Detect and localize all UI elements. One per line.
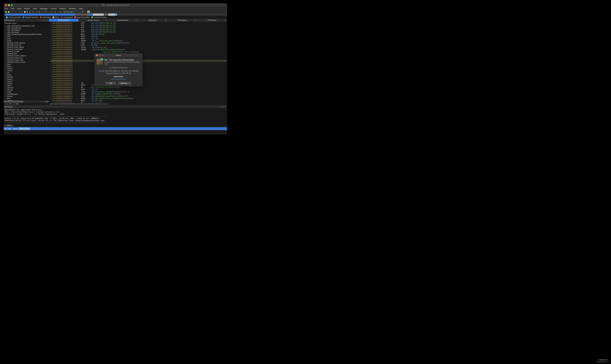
tab[interactable]: ▫[2] IDA View-A✕ (49, 19, 79, 22)
function-item[interactable]: ⨍_sysctlbyname (4, 93, 49, 95)
menu-edit[interactable]: Edit (11, 8, 14, 10)
function-item[interactable]: ⨍_strlen (4, 84, 49, 87)
function-name-header[interactable]: Function name (4, 22, 49, 25)
function-list[interactable]: ⨍_objc_setProperty_nonatomic_copy⨍_objc_… (4, 25, 49, 101)
horizontal-scrollbar[interactable]: ◀ ▶ (4, 101, 49, 103)
function-item[interactable]: ⨍_objc_terminate (4, 31, 49, 33)
function-item[interactable]: ⨍_strtol (4, 91, 49, 93)
restore-icon[interactable]: ⧉ (222, 106, 223, 108)
function-item[interactable]: ⨍_sscanf (4, 80, 49, 82)
minimize-icon[interactable]: ▭ (219, 106, 221, 108)
scroll-thumb[interactable] (4, 101, 23, 103)
asm-line[interactable]: __text:0000000100069EA0 aults"cmt">@PAGE… (51, 51, 227, 53)
asm-line[interactable]: __text:0000000100069E84 MOV X26, X1 (51, 35, 227, 38)
tab[interactable]: ▫[5] Enums✕ (138, 19, 168, 22)
asm-line[interactable]: __text:0000000100069EF4 LDR X19, [X8,#se… (51, 95, 227, 97)
menu-lumina[interactable]: Lumina (51, 8, 56, 10)
asm-line[interactable]: __text:0000000100069EF8 ADRL X2, cfstr_A… (51, 97, 227, 100)
tab[interactable]: ▫[6] Imports✕ (168, 19, 197, 22)
function-item[interactable]: ⨍_pthread_mutex_destroy (4, 54, 49, 57)
function-item[interactable]: ⨍_pthread_cond_signal (4, 46, 49, 48)
open-icon[interactable]: 📂 (5, 11, 7, 13)
asm-line[interactable]: __text:0000000100069E6C STP X26, X25, [S… (51, 22, 227, 24)
asm-line[interactable]: __text:0000000100069E70 STP X24, X23, [S… (51, 24, 227, 26)
cut-icon[interactable]: ✂ (18, 11, 21, 13)
tab[interactable]: ▫[7] Exports✕ (197, 19, 227, 22)
about-max-button[interactable] (101, 54, 103, 56)
function-item[interactable]: ⨍_sleep (4, 74, 49, 76)
menu-help[interactable]: Help (79, 8, 83, 10)
tab[interactable]: ▫[3] Hex View-1✕ (79, 19, 109, 22)
function-item[interactable]: ⨍_strncpy (4, 89, 49, 91)
copy-icon[interactable]: ⎘ (21, 11, 23, 13)
data-icon[interactable]: ⓓ (45, 11, 47, 13)
function-item[interactable]: ⨍_rewind (4, 67, 49, 69)
function-item[interactable]: ⨍_objc_setProperty_nonatomic_copy (4, 25, 49, 27)
asm-line[interactable]: __text:0000000100069E80 ADD X29, SP, #0x… (51, 33, 227, 36)
function-item[interactable]: ⨍_objc_storeStrong (4, 27, 49, 29)
view-icon[interactable]: ▤ (36, 11, 38, 13)
asm-line[interactable]: __text:0000000100069E7C STP X29, X30, [S… (51, 31, 227, 33)
maximize-window-button[interactable] (11, 4, 13, 6)
close-icon[interactable]: ✕ (225, 106, 226, 108)
pause-icon[interactable]: ⏸ (57, 11, 59, 13)
function-item[interactable]: ⨍_objc_storeWeak (4, 29, 49, 31)
output-tab[interactable]: [0] Output ▭⧉✕ (4, 105, 227, 108)
function-item[interactable]: ⨍_strlcpy (4, 82, 49, 84)
addons-button[interactable]: Addons... (118, 82, 131, 85)
ok-button[interactable]: OK (106, 82, 116, 85)
scroll-left-icon[interactable]: ◀ (45, 101, 47, 103)
python-tab[interactable]: Python (4, 124, 14, 127)
function-item[interactable]: ⨍_sin (4, 72, 49, 74)
asm-line[interactable]: __text:0000000100069E78 STP X20, X19, [S… (51, 29, 227, 31)
asm-line[interactable]: __text:0000000100069EE8 MOV X28, X0 (51, 89, 227, 91)
debug-icon[interactable]: ◉ (87, 11, 90, 13)
undo-icon[interactable]: ↶ (12, 11, 14, 13)
menu-windows[interactable]: Windows (69, 8, 76, 10)
about-link[interactable]: www.hex-rays.com (111, 78, 126, 80)
asm-line[interactable]: __text:0000000100069E88 MOV X27, X0 (51, 38, 227, 40)
graph-icon[interactable]: ▦ (38, 11, 41, 13)
function-item[interactable]: ⨍_pthread_cond_destroy (4, 42, 49, 44)
function-item[interactable]: ⨍_powf (4, 38, 49, 39)
function-item[interactable]: ⨍_pthread_mutex_lock (4, 59, 49, 61)
menu-file[interactable]: File (5, 8, 8, 10)
function-item[interactable]: ⨍_setenv (4, 69, 49, 72)
minimize-icon[interactable]: ▭ (42, 19, 43, 21)
tool-icon[interactable]: ◧ (29, 11, 31, 13)
cross-icon[interactable]: ✕ (48, 11, 50, 13)
asm-line[interactable]: __text:0000000100069E98 STUR X8, [X29,#v… (51, 46, 227, 49)
asm-line[interactable]: __text:0000000100069E74 STP X22, X21, [S… (51, 26, 227, 29)
functions-tab[interactable]: [1] Functions ▭⧉✕ (4, 19, 49, 22)
function-item[interactable]: ⨍_pow (4, 35, 49, 38)
asm-line[interactable]: __text:0000000100069EF0 ADRP X8, #selRef… (51, 93, 227, 95)
function-item[interactable]: ⨍_system (4, 95, 49, 97)
restore-icon[interactable]: ⧉ (44, 19, 46, 21)
navigation-band[interactable] (4, 13, 227, 16)
asm-line[interactable]: __text:0000000100069E90 LDR X8, [X8,#___… (51, 42, 227, 44)
function-item[interactable]: ⨍_sprintf (4, 78, 49, 80)
about-min-button[interactable] (99, 54, 100, 56)
asm-line[interactable]: __text:0000000100069E94 LDR X8, [X8] (51, 44, 227, 46)
close-icon[interactable]: ✕ (47, 19, 48, 21)
function-item[interactable]: ⨍_pthread_cond_wait (4, 48, 49, 50)
redo-icon[interactable]: ↷ (14, 11, 17, 13)
scroll-right-icon[interactable]: ▶ (47, 101, 49, 103)
tool-icon[interactable]: ◨ (31, 11, 34, 13)
function-item[interactable]: ⨍_pthread_create (4, 50, 49, 52)
menu-search[interactable]: Search (24, 8, 30, 10)
function-item[interactable]: ⨍_pthread_cond_init (4, 44, 49, 46)
asm-line[interactable]: __text:0000000100069EEC LDR X0, [X22,#qw… (51, 91, 227, 93)
close-tab-icon[interactable]: ✕ (165, 19, 166, 21)
close-tab-icon[interactable]: ✕ (136, 19, 137, 21)
close-tab-icon[interactable]: ✕ (76, 19, 78, 21)
menu-options[interactable]: Options (60, 8, 66, 10)
function-item[interactable]: ⨍_usleep (4, 99, 49, 101)
function-item[interactable]: ⨍_pthread_mutex_unlock (4, 61, 49, 63)
function-item[interactable]: ⨍_strncmp (4, 87, 49, 89)
search-icon[interactable]: 🔍 (26, 11, 28, 13)
function-item[interactable]: ⨍_printf (4, 39, 49, 42)
function-item[interactable]: ⨍_snprintf (4, 76, 49, 78)
menu-jump[interactable]: Jump (17, 8, 21, 10)
function-item[interactable]: ⨍_puts (4, 63, 49, 65)
